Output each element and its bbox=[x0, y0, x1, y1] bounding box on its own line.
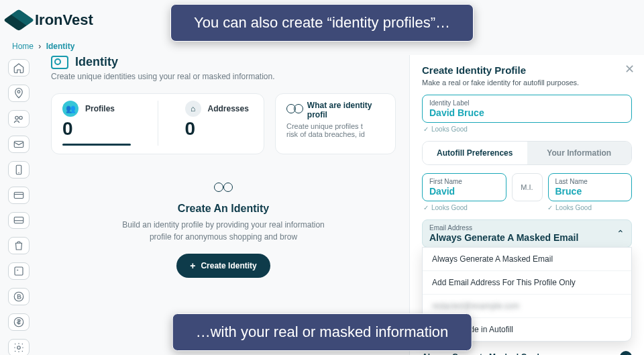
middle-initial-field[interactable]: M.I. bbox=[512, 173, 543, 201]
email-address-label: Email Address bbox=[429, 224, 625, 232]
drawer-title: Create Identity Profile bbox=[422, 64, 632, 76]
nav-home-icon[interactable] bbox=[8, 59, 30, 77]
stat-divider bbox=[158, 101, 158, 146]
first-name-label: First Name bbox=[429, 178, 499, 185]
plus-icon: + bbox=[190, 260, 195, 271]
brand-name: IronVest bbox=[35, 11, 93, 29]
explain-body: Create unique profiles t risk of data br… bbox=[286, 122, 384, 138]
identity-label-validation: Looks Good bbox=[423, 125, 632, 133]
create-identity-button-label: Create Identity bbox=[201, 261, 256, 270]
nav-card2-icon[interactable] bbox=[8, 212, 30, 230]
toggle-masked-card[interactable]: ✓ bbox=[620, 351, 632, 355]
breadcrumb-separator: › bbox=[38, 42, 41, 51]
email-address-select[interactable]: Email Address Always Generate A Masked E… bbox=[422, 219, 632, 248]
page-title-row: Identity bbox=[51, 55, 396, 69]
people-icon bbox=[286, 103, 303, 117]
last-name-label: Last Name bbox=[555, 178, 625, 185]
tab-autofill-preferences[interactable]: Autofill Preferences bbox=[423, 142, 527, 164]
annotation-top: You can also create “identity profiles”… bbox=[170, 4, 474, 42]
addresses-value: 0 bbox=[185, 118, 254, 140]
last-name-field[interactable]: Last Name Bruce bbox=[548, 173, 633, 201]
profiles-value: 0 bbox=[62, 118, 131, 140]
stat-profiles[interactable]: 👥Profiles 0 bbox=[62, 101, 131, 146]
nav-box-icon[interactable] bbox=[8, 262, 30, 280]
create-identity-button[interactable]: +Create Identity bbox=[176, 254, 270, 278]
profiles-label: Profiles bbox=[85, 104, 115, 113]
active-tab-underline bbox=[62, 144, 131, 146]
identity-label-field[interactable]: Identity Label David Bruce bbox=[422, 95, 632, 123]
svg-point-2 bbox=[19, 116, 23, 119]
svg-rect-3 bbox=[14, 141, 23, 147]
logo-icon bbox=[3, 9, 35, 32]
svg-rect-6 bbox=[14, 217, 23, 223]
identity-card-icon bbox=[51, 56, 68, 69]
annotation-bottom: …with your real or masked information bbox=[172, 313, 472, 351]
svg-rect-5 bbox=[14, 192, 23, 198]
breadcrumb-current: Identity bbox=[46, 42, 75, 51]
svg-point-10 bbox=[17, 346, 21, 350]
nav-mail-icon[interactable] bbox=[8, 136, 30, 153]
tab-your-information[interactable]: Your Information bbox=[527, 142, 632, 164]
page-title: Identity bbox=[75, 55, 118, 69]
nav-identity-icon[interactable] bbox=[8, 110, 30, 128]
chevron-up-icon: ⌃ bbox=[616, 228, 625, 239]
first-name-value: David bbox=[429, 186, 499, 197]
svg-point-1 bbox=[15, 116, 19, 119]
nav-location-icon[interactable] bbox=[8, 85, 30, 102]
nav-crypto-icon[interactable] bbox=[8, 288, 30, 305]
explain-heading: What are identity profil bbox=[307, 101, 384, 119]
create-identity-drawer: ✕ Create Identity Profile Make a real or… bbox=[409, 55, 644, 355]
nav-mobile-icon[interactable] bbox=[8, 161, 30, 179]
svg-point-0 bbox=[17, 91, 20, 93]
email-option-add-for-profile[interactable]: Add Email Address For This Profile Only bbox=[423, 270, 631, 294]
middle-initial-label: M.I. bbox=[521, 183, 533, 191]
page-subtitle: Create unique identities using your real… bbox=[51, 72, 396, 81]
email-option-generate-masked[interactable]: Always Generate A Masked Email bbox=[423, 248, 631, 270]
nav-dollar-icon[interactable] bbox=[8, 313, 30, 331]
stat-addresses[interactable]: ⌂Addresses 0 bbox=[185, 101, 254, 146]
nav-bag-icon[interactable] bbox=[8, 237, 30, 254]
drawer-tabs: Autofill Preferences Your Information bbox=[422, 141, 632, 165]
last-name-value: Bruce bbox=[555, 186, 625, 197]
toggle-masked-card-row: Always Generate Masked Card ✓ bbox=[422, 351, 632, 355]
first-name-field[interactable]: First Name David bbox=[422, 173, 506, 201]
breadcrumb: Home › Identity bbox=[0, 40, 644, 55]
svg-rect-7 bbox=[15, 267, 23, 275]
close-icon[interactable]: ✕ bbox=[625, 62, 635, 77]
cta-heading: Create An Identity bbox=[51, 203, 396, 215]
identity-label-value: David Bruce bbox=[429, 107, 625, 118]
toggle-masked-card-label: Always Generate Masked Card bbox=[422, 352, 539, 355]
addresses-icon: ⌂ bbox=[185, 101, 201, 117]
sidebar bbox=[0, 55, 38, 355]
explain-card: What are identity profil Create unique p… bbox=[275, 93, 396, 154]
profiles-icon: 👥 bbox=[62, 101, 78, 117]
main-content: Identity Create unique identities using … bbox=[38, 55, 409, 355]
nav-card-icon[interactable] bbox=[8, 187, 30, 204]
last-name-validation: Looks Good bbox=[547, 204, 592, 211]
breadcrumb-home[interactable]: Home bbox=[12, 42, 34, 51]
email-address-value: Always Generate A Masked Email bbox=[429, 232, 625, 243]
nav-settings-icon[interactable] bbox=[8, 339, 30, 355]
cta-body: Build an identity profile by providing y… bbox=[51, 219, 396, 243]
first-name-validation: Looks Good bbox=[423, 204, 468, 211]
stats-card: 👥Profiles 0 ⌂Addresses 0 bbox=[51, 93, 264, 154]
addresses-label: Addresses bbox=[208, 104, 249, 113]
drawer-subtitle: Make a real or fake identity for autofil… bbox=[422, 79, 632, 87]
identity-label-label: Identity Label bbox=[429, 99, 625, 107]
create-identity-cta: Create An Identity Build an identity pro… bbox=[51, 181, 396, 278]
people-refresh-icon bbox=[214, 181, 233, 196]
